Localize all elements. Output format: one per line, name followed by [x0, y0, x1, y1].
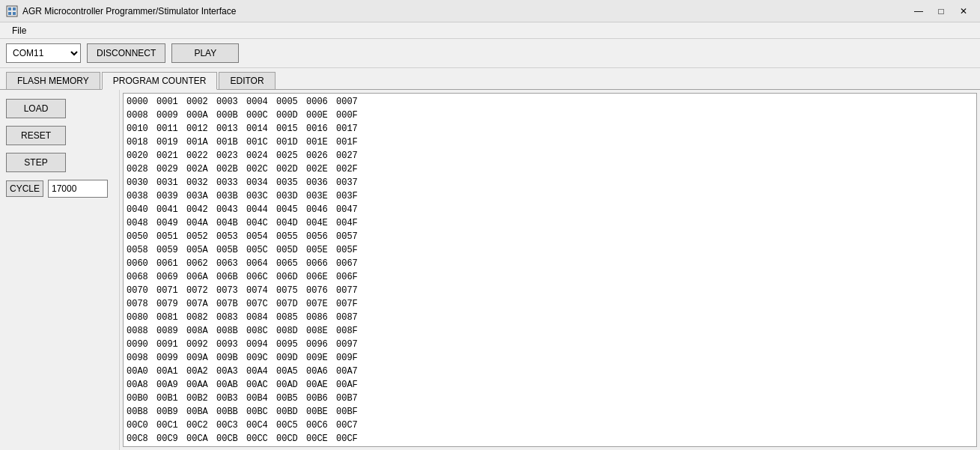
mem-cell: 00A9	[156, 378, 183, 392]
table-row: 00080009000A000B000C000D000E000F	[127, 109, 973, 122]
mem-cell: 00AD	[276, 378, 303, 392]
mem-cell: 0007	[336, 95, 363, 109]
mem-cell: 0030	[127, 176, 153, 189]
mem-cell: 00A8	[127, 378, 153, 392]
tab-program-counter[interactable]: PROGRAM COUNTER	[102, 72, 218, 90]
mem-cell: 0028	[127, 162, 153, 176]
mem-cell: 003D	[276, 189, 303, 203]
table-row: 00680069006A006B006C006D006E006F	[127, 270, 973, 284]
mem-cell: 0050	[127, 230, 153, 243]
mem-cell: 00C3	[216, 419, 243, 432]
mem-cell: 0062	[186, 257, 213, 270]
mem-cell: 004C	[246, 216, 273, 230]
minimize-button[interactable]: —	[908, 4, 929, 19]
step-button[interactable]: STEP	[6, 153, 66, 172]
mem-cell: 00C9	[156, 432, 183, 446]
mem-cell: 008D	[276, 324, 303, 338]
close-button[interactable]: ✕	[953, 4, 974, 19]
tab-flash-memory[interactable]: FLASH MEMORY	[6, 72, 100, 89]
mem-cell: 0047	[336, 203, 363, 216]
mem-cell: 00B9	[156, 405, 183, 419]
mem-cell: 00CD	[276, 432, 303, 446]
mem-cell: 0093	[216, 338, 243, 351]
mem-cell: 00A1	[156, 365, 183, 378]
mem-cell: 0084	[246, 311, 273, 324]
mem-cell: 0049	[156, 216, 183, 230]
mem-cell: 0055	[276, 230, 303, 243]
mem-cell: 00AA	[186, 378, 213, 392]
mem-cell: 0056	[306, 230, 333, 243]
app-icon	[6, 5, 18, 17]
mem-cell: 0087	[336, 311, 363, 324]
mem-cell: 006E	[306, 270, 333, 284]
mem-cell: 0076	[306, 284, 333, 297]
reset-button[interactable]: RESET	[6, 126, 66, 145]
mem-cell: 0081	[156, 311, 183, 324]
mem-cell: 0014	[246, 122, 273, 136]
memory-panel[interactable]: 0000000100020003000400050006000700080009…	[123, 93, 977, 447]
mem-cell: 001D	[276, 136, 303, 149]
mem-cell: 000E	[306, 109, 333, 122]
mem-cell: 0095	[276, 338, 303, 351]
mem-cell: 0038	[127, 189, 153, 203]
mem-cell: 00A7	[336, 365, 363, 378]
mem-cell: 007D	[276, 297, 303, 311]
load-button[interactable]: LOAD	[6, 99, 66, 118]
mem-cell: 0026	[306, 149, 333, 162]
mem-cell: 0018	[127, 136, 153, 149]
mem-cell: 001B	[216, 136, 243, 149]
tab-editor[interactable]: EDITOR	[219, 72, 275, 89]
play-button[interactable]: PLAY	[171, 43, 239, 63]
mem-cell: 00AF	[336, 378, 363, 392]
mem-cell: 0023	[216, 149, 243, 162]
mem-cell: 008F	[336, 324, 363, 338]
mem-cell: 0019	[156, 136, 183, 149]
mem-cell: 00C8	[127, 432, 153, 446]
table-row: 00C800C900CA00CB00CC00CD00CE00CF	[127, 432, 973, 446]
mem-cell: 0044	[246, 203, 273, 216]
table-row: 00400041004200430044004500460047	[127, 203, 973, 216]
mem-cell: 0059	[156, 243, 183, 257]
table-row: 00D000D100D200D300D400D500D600D7	[127, 446, 973, 447]
mem-cell: 009A	[186, 351, 213, 365]
mem-cell: 003E	[306, 189, 333, 203]
mem-cell: 0069	[156, 270, 183, 284]
mem-cell: 0074	[246, 284, 273, 297]
mem-cell: 00D3	[216, 446, 243, 447]
mem-cell: 009F	[336, 351, 363, 365]
mem-cell: 00D1	[156, 446, 183, 447]
mem-cell: 0052	[186, 230, 213, 243]
disconnect-button[interactable]: DISCONNECT	[87, 43, 165, 63]
mem-cell: 0096	[306, 338, 333, 351]
file-menu[interactable]: File	[6, 24, 32, 37]
mem-cell: 0066	[306, 257, 333, 270]
maximize-button[interactable]: □	[931, 4, 952, 19]
cycle-input[interactable]	[48, 180, 108, 198]
mem-cell: 0009	[156, 109, 183, 122]
mem-cell: 00BA	[186, 405, 213, 419]
mem-cell: 00A6	[306, 365, 333, 378]
mem-cell: 0072	[186, 284, 213, 297]
mem-cell: 0082	[186, 311, 213, 324]
mem-cell: 0008	[127, 109, 153, 122]
toolbar: COM11 COM1 COM2 COM3 DISCONNECT PLAY	[0, 39, 980, 68]
mem-cell: 00CF	[336, 432, 363, 446]
mem-cell: 0060	[127, 257, 153, 270]
mem-cell: 007B	[216, 297, 243, 311]
mem-cell: 0071	[156, 284, 183, 297]
mem-cell: 008B	[216, 324, 243, 338]
left-panel: LOAD RESET STEP CYCLE	[0, 90, 120, 450]
mem-cell: 0001	[156, 95, 183, 109]
mem-cell: 0024	[246, 149, 273, 162]
mem-cell: 006A	[186, 270, 213, 284]
com-port-select[interactable]: COM11 COM1 COM2 COM3	[6, 43, 81, 63]
mem-cell: 00B8	[127, 405, 153, 419]
mem-cell: 0094	[246, 338, 273, 351]
mem-cell: 0034	[246, 176, 273, 189]
mem-cell: 0061	[156, 257, 183, 270]
mem-cell: 0043	[216, 203, 243, 216]
mem-cell: 004A	[186, 216, 213, 230]
mem-cell: 0092	[186, 338, 213, 351]
mem-cell: 00BE	[306, 405, 333, 419]
mem-cell: 008C	[246, 324, 273, 338]
